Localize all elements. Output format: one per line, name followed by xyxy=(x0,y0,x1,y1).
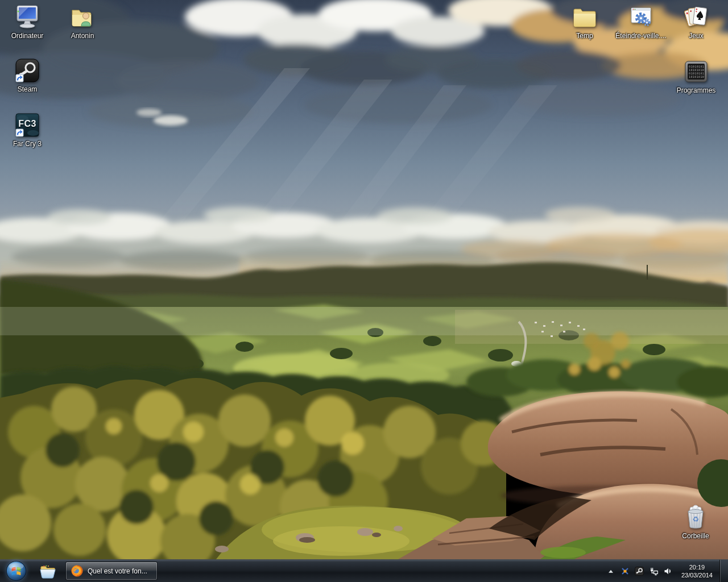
icon-label: Programmes xyxy=(676,87,717,94)
tray-clock[interactable]: 20:19 23/03/2014 xyxy=(677,563,717,579)
volume-icon[interactable] xyxy=(663,566,673,576)
recycle-bin-icon: ♻ xyxy=(682,504,709,531)
icon-label: Ordinateur xyxy=(10,32,45,40)
icon-label: Temp xyxy=(575,32,594,40)
clock-time: 20:19 xyxy=(681,563,713,571)
desktop-icon-corbeille[interactable]: ♻ Corbeille xyxy=(670,504,721,540)
network-icon[interactable] xyxy=(649,566,659,576)
system-tray: 20:19 23/03/2014 xyxy=(603,560,719,582)
hidden-icons-expander-icon[interactable] xyxy=(606,566,616,576)
desktop-icon-eteindre-veille[interactable]: Éteindre-veille.... xyxy=(615,3,667,40)
steam-icon xyxy=(14,57,41,84)
icon-label: Antonin xyxy=(70,32,96,40)
steam-tray-icon[interactable] xyxy=(635,566,644,576)
folder-icon xyxy=(571,3,598,31)
svg-text:♻: ♻ xyxy=(692,515,699,523)
computer-icon xyxy=(14,3,41,31)
user-folder-icon xyxy=(69,3,96,31)
desktop-icon-steam[interactable]: Steam xyxy=(2,57,53,93)
show-desktop-button[interactable] xyxy=(719,560,728,582)
far-cry-3-icon-text: FC3 xyxy=(14,119,41,129)
icon-label: Far Cry 3 xyxy=(12,140,43,148)
wallpaper-image xyxy=(0,0,728,559)
gears-window-icon xyxy=(627,3,655,31)
firefox-icon xyxy=(71,564,84,577)
binary-text: 0101010101 1010101010 0101010101 1010101… xyxy=(689,65,704,79)
icon-label: Éteindre-veille.... xyxy=(614,32,667,40)
desktop-icon-temp[interactable]: Temp xyxy=(559,3,610,40)
start-button[interactable] xyxy=(0,560,32,582)
desktop-icon-antonin[interactable]: Antonin xyxy=(57,3,108,40)
taskbar-empty-area xyxy=(159,560,603,582)
desktop: Ordinateur Antonin Steam xyxy=(0,0,728,559)
taskbar-firefox-window-button[interactable]: Quel est votre fon... xyxy=(65,562,158,580)
desktop-icon-programmes[interactable]: 0101010101 1010101010 0101010101 1010101… xyxy=(671,58,722,94)
taskbar-explorer-button[interactable] xyxy=(32,562,63,580)
icon-label: Corbeille xyxy=(681,533,710,540)
windows-start-icon xyxy=(6,560,27,581)
icon-label: Jeux xyxy=(688,32,704,40)
desktop-icon-far-cry-3[interactable]: FC3 Far Cry 3 xyxy=(2,111,53,148)
crosshair-star-app-icon[interactable] xyxy=(621,566,630,576)
window-title: Quel est votre fon... xyxy=(88,567,147,575)
clock-date: 23/03/2014 xyxy=(681,571,713,579)
icon-label: Steam xyxy=(16,86,39,93)
desktop-icon-jeux[interactable]: Jeux xyxy=(671,3,722,40)
taskbar: Quel est votre fon... xyxy=(0,559,728,582)
playing-cards-icon xyxy=(682,3,710,31)
explorer-folder-icon xyxy=(39,563,56,580)
desktop-icon-ordinateur[interactable]: Ordinateur xyxy=(2,3,53,40)
